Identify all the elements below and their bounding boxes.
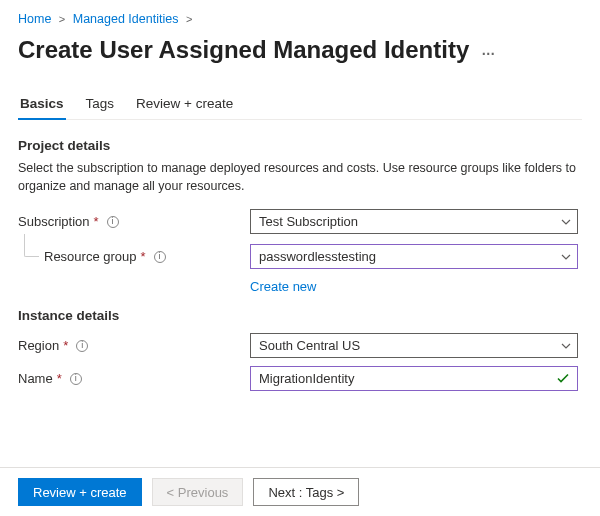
tab-basics[interactable]: Basics [18,90,66,119]
resource-group-label: Resource group * i [44,249,250,264]
wizard-footer: Review + create < Previous Next : Tags > [0,467,600,516]
region-label-text: Region [18,338,59,353]
resource-group-label-text: Resource group [44,249,137,264]
chevron-right-icon: > [55,13,69,25]
name-input[interactable]: MigrationIdentity [250,366,578,391]
breadcrumb-managed-identities[interactable]: Managed Identities [73,12,179,26]
region-select[interactable]: South Central US [250,333,578,358]
info-icon[interactable]: i [70,373,82,385]
required-indicator: * [57,371,62,386]
more-icon[interactable]: … [481,42,496,58]
chevron-down-icon [561,219,571,225]
required-indicator: * [63,338,68,353]
subscription-select[interactable]: Test Subscription [250,209,578,234]
subscription-label: Subscription * i [18,214,250,229]
chevron-down-icon [561,254,571,260]
chevron-down-icon [561,343,571,349]
region-value: South Central US [259,338,360,353]
name-value: MigrationIdentity [259,371,354,386]
previous-button: < Previous [152,478,244,506]
page-title: Create User Assigned Managed Identity … [18,36,582,64]
tab-tags[interactable]: Tags [84,90,117,119]
name-label-text: Name [18,371,53,386]
name-label: Name * i [18,371,250,386]
info-icon[interactable]: i [154,251,166,263]
required-indicator: * [94,214,99,229]
info-icon[interactable]: i [76,340,88,352]
region-label: Region * i [18,338,250,353]
breadcrumb: Home > Managed Identities > [18,10,582,34]
project-details-heading: Project details [18,138,582,153]
wizard-tabs: Basics Tags Review + create [18,90,582,120]
tab-review-create[interactable]: Review + create [134,90,235,119]
resource-group-select[interactable]: passwordlesstesting [250,244,578,269]
next-button[interactable]: Next : Tags > [253,478,359,506]
create-new-link[interactable]: Create new [250,279,316,294]
info-icon[interactable]: i [107,216,119,228]
resource-group-value: passwordlesstesting [259,249,376,264]
subscription-label-text: Subscription [18,214,90,229]
chevron-right-icon: > [182,13,196,25]
project-details-description: Select the subscription to manage deploy… [18,159,578,195]
page-title-text: Create User Assigned Managed Identity [18,36,469,64]
instance-details-heading: Instance details [18,308,582,323]
subscription-value: Test Subscription [259,214,358,229]
required-indicator: * [141,249,146,264]
review-create-button[interactable]: Review + create [18,478,142,506]
check-icon [557,371,569,386]
breadcrumb-home[interactable]: Home [18,12,51,26]
